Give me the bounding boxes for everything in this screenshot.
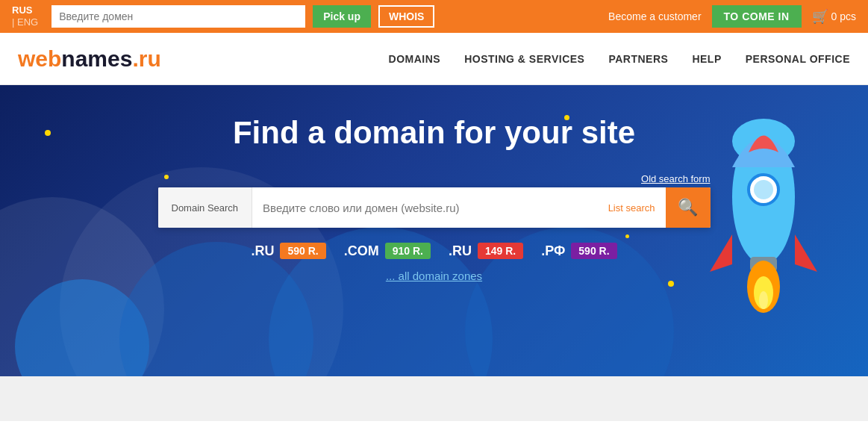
zone-rf: .РФ 590 R. bbox=[541, 243, 616, 259]
language-switcher: RUS | ENG bbox=[12, 4, 38, 28]
dot-2 bbox=[164, 175, 169, 179]
zone-name-rf: .РФ bbox=[541, 243, 565, 259]
hero-search-input[interactable] bbox=[252, 187, 598, 228]
zone-name-com: .COM bbox=[344, 243, 379, 259]
zone-name-ru: .RU bbox=[251, 243, 274, 259]
top-bar: RUS | ENG Pick up WHOIS Become a custome… bbox=[0, 0, 868, 33]
become-customer-link[interactable]: Become a customer bbox=[608, 10, 702, 22]
domain-zones: .RU 590 R. .COM 910 R. .RU 149 R. .РФ 59… bbox=[251, 243, 616, 259]
zone-price-ru[interactable]: 590 R. bbox=[280, 243, 325, 259]
zone-name-ru2: .RU bbox=[449, 243, 472, 259]
zone-ru-149: .RU 149 R. bbox=[449, 243, 523, 259]
top-bar-right: Become a customer TO COME IN 🛒 0 pcs bbox=[608, 5, 856, 28]
logo[interactable]: webnames.ru bbox=[18, 46, 161, 72]
nav-partners[interactable]: PARTNERS bbox=[608, 53, 668, 65]
pickup-button[interactable]: Pick up bbox=[313, 5, 371, 28]
cart-area[interactable]: 🛒 0 pcs bbox=[812, 8, 856, 25]
hero-title: Find a domain for your site bbox=[233, 115, 635, 151]
dot-5 bbox=[668, 281, 674, 287]
zone-price-rf[interactable]: 590 R. bbox=[571, 243, 616, 259]
nav-office[interactable]: PERSONAL OFFICE bbox=[746, 53, 850, 65]
domain-search-box: Domain Search List search 🔍 bbox=[158, 187, 711, 228]
all-zones-link[interactable]: ... all domain zones bbox=[386, 270, 482, 282]
dot-4 bbox=[625, 234, 629, 238]
bottom-section bbox=[0, 376, 868, 421]
nav-hosting[interactable]: HOSTING & SERVICES bbox=[464, 53, 584, 65]
main-nav: DOMAINS HOSTING & SERVICES PARTNERS HELP… bbox=[389, 53, 850, 65]
search-tab-domain[interactable]: Domain Search bbox=[158, 187, 253, 228]
come-in-button[interactable]: TO COME IN bbox=[712, 5, 802, 28]
lang-rus[interactable]: RUS bbox=[12, 4, 38, 16]
svg-point-3 bbox=[754, 180, 773, 199]
zone-price-ru2[interactable]: 149 R. bbox=[478, 243, 523, 259]
nav-help[interactable]: HELP bbox=[692, 53, 721, 65]
dot-1 bbox=[45, 130, 51, 136]
zone-ru-590: .RU 590 R. bbox=[251, 243, 325, 259]
nav-domains[interactable]: DOMAINS bbox=[389, 53, 441, 65]
svg-point-7 bbox=[759, 291, 768, 309]
zone-com: .COM 910 R. bbox=[344, 243, 431, 259]
rocket-illustration bbox=[689, 100, 853, 339]
hero-section: Find a domain for your site Old search f… bbox=[0, 85, 868, 376]
logo-web: web bbox=[18, 46, 61, 71]
zone-price-com[interactable]: 910 R. bbox=[385, 243, 431, 259]
cart-icon: 🛒 bbox=[812, 8, 828, 25]
whois-button[interactable]: WHOIS bbox=[378, 5, 434, 28]
nav-bar: webnames.ru DOMAINS HOSTING & SERVICES P… bbox=[0, 33, 868, 85]
logo-ru: .ru bbox=[132, 46, 160, 71]
lang-eng[interactable]: | ENG bbox=[12, 16, 38, 28]
cart-count: 0 pcs bbox=[831, 10, 856, 22]
list-search-button[interactable]: List search bbox=[598, 187, 666, 228]
top-bar-domain-input[interactable] bbox=[51, 5, 305, 28]
logo-names: names bbox=[61, 46, 132, 71]
